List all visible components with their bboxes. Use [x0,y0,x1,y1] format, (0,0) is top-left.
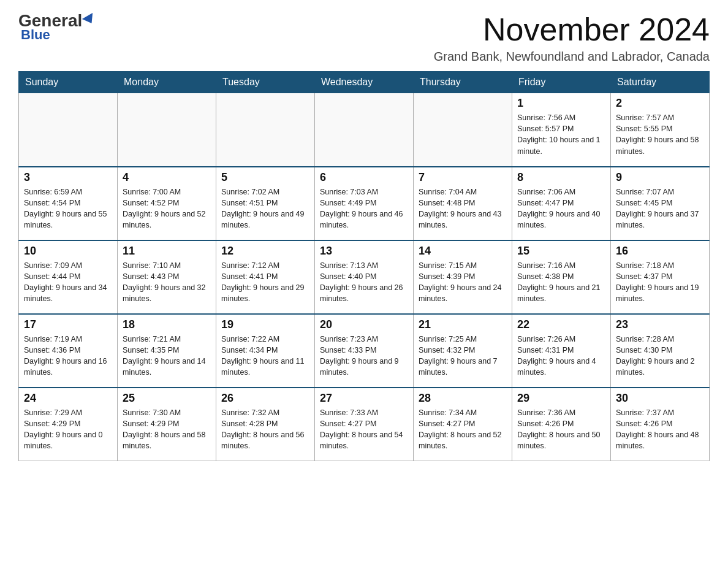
calendar-cell: 18Sunrise: 7:21 AMSunset: 4:35 PMDayligh… [118,314,216,388]
day-number: 11 [123,245,211,258]
day-info: Sunrise: 7:57 AMSunset: 5:55 PMDaylight:… [616,112,704,157]
calendar-cell: 16Sunrise: 7:18 AMSunset: 4:37 PMDayligh… [611,240,710,314]
calendar-cell: 1Sunrise: 7:56 AMSunset: 5:57 PMDaylight… [512,93,611,167]
col-monday: Monday [118,72,216,93]
day-info: Sunrise: 7:00 AMSunset: 4:52 PMDaylight:… [123,186,211,231]
col-friday: Friday [512,72,611,93]
location-subtitle: Grand Bank, Newfoundland and Labrador, C… [434,50,710,64]
calendar-cell: 19Sunrise: 7:22 AMSunset: 4:34 PMDayligh… [216,314,315,388]
calendar-cell: 17Sunrise: 7:19 AMSunset: 4:36 PMDayligh… [19,314,118,388]
calendar-cell: 10Sunrise: 7:09 AMSunset: 4:44 PMDayligh… [19,240,118,314]
page-header: General Blue November 2024 Grand Bank, N… [18,12,710,64]
day-info: Sunrise: 7:29 AMSunset: 4:29 PMDaylight:… [24,407,112,452]
calendar-header-row: Sunday Monday Tuesday Wednesday Thursday… [19,72,710,93]
calendar-cell: 24Sunrise: 7:29 AMSunset: 4:29 PMDayligh… [19,388,118,461]
day-info: Sunrise: 7:12 AMSunset: 4:41 PMDaylight:… [221,260,309,305]
calendar-week-row: 3Sunrise: 6:59 AMSunset: 4:54 PMDaylight… [19,167,710,240]
calendar-cell [19,93,118,167]
day-number: 23 [616,318,704,331]
day-info: Sunrise: 7:09 AMSunset: 4:44 PMDaylight:… [24,260,112,305]
calendar-week-row: 10Sunrise: 7:09 AMSunset: 4:44 PMDayligh… [19,240,710,314]
day-info: Sunrise: 7:06 AMSunset: 4:47 PMDaylight:… [517,186,605,231]
calendar-table: Sunday Monday Tuesday Wednesday Thursday… [18,71,710,461]
day-number: 29 [517,392,605,405]
logo: General Blue [18,12,96,43]
day-number: 1 [517,97,605,110]
calendar-week-row: 24Sunrise: 7:29 AMSunset: 4:29 PMDayligh… [19,388,710,461]
day-number: 26 [221,392,309,405]
calendar-cell: 13Sunrise: 7:13 AMSunset: 4:40 PMDayligh… [315,240,414,314]
day-info: Sunrise: 7:30 AMSunset: 4:29 PMDaylight:… [123,407,211,452]
calendar-cell: 20Sunrise: 7:23 AMSunset: 4:33 PMDayligh… [315,314,414,388]
day-number: 25 [123,392,211,405]
day-number: 6 [320,171,408,184]
day-number: 3 [24,171,112,184]
logo-blue: Blue [21,27,50,43]
day-info: Sunrise: 7:16 AMSunset: 4:38 PMDaylight:… [517,260,605,305]
day-number: 5 [221,171,309,184]
calendar-cell: 7Sunrise: 7:04 AMSunset: 4:48 PMDaylight… [414,167,512,240]
month-year-title: November 2024 [434,12,710,47]
calendar-cell: 21Sunrise: 7:25 AMSunset: 4:32 PMDayligh… [414,314,512,388]
day-number: 28 [419,392,507,405]
calendar-cell: 26Sunrise: 7:32 AMSunset: 4:28 PMDayligh… [216,388,315,461]
col-wednesday: Wednesday [315,72,414,93]
day-number: 4 [123,171,211,184]
day-number: 24 [24,392,112,405]
day-info: Sunrise: 7:07 AMSunset: 4:45 PMDaylight:… [616,186,704,231]
day-number: 27 [320,392,408,405]
day-number: 12 [221,245,309,258]
day-info: Sunrise: 7:03 AMSunset: 4:49 PMDaylight:… [320,186,408,231]
col-tuesday: Tuesday [216,72,315,93]
calendar-cell [414,93,512,167]
day-info: Sunrise: 7:13 AMSunset: 4:40 PMDaylight:… [320,260,408,305]
day-info: Sunrise: 7:56 AMSunset: 5:57 PMDaylight:… [517,112,605,157]
day-info: Sunrise: 7:34 AMSunset: 4:27 PMDaylight:… [419,407,507,452]
calendar-cell: 11Sunrise: 7:10 AMSunset: 4:43 PMDayligh… [118,240,216,314]
day-info: Sunrise: 7:37 AMSunset: 4:26 PMDaylight:… [616,407,704,452]
calendar-cell [118,93,216,167]
calendar-cell: 3Sunrise: 6:59 AMSunset: 4:54 PMDaylight… [19,167,118,240]
col-sunday: Sunday [19,72,118,93]
day-info: Sunrise: 7:10 AMSunset: 4:43 PMDaylight:… [123,260,211,305]
day-number: 30 [616,392,704,405]
day-number: 14 [419,245,507,258]
day-info: Sunrise: 7:19 AMSunset: 4:36 PMDaylight:… [24,334,112,378]
day-number: 2 [616,97,704,110]
calendar-cell: 22Sunrise: 7:26 AMSunset: 4:31 PMDayligh… [512,314,611,388]
day-info: Sunrise: 7:04 AMSunset: 4:48 PMDaylight:… [419,186,507,231]
calendar-week-row: 17Sunrise: 7:19 AMSunset: 4:36 PMDayligh… [19,314,710,388]
day-info: Sunrise: 7:02 AMSunset: 4:51 PMDaylight:… [221,186,309,231]
day-number: 9 [616,171,704,184]
col-saturday: Saturday [611,72,710,93]
calendar-cell: 25Sunrise: 7:30 AMSunset: 4:29 PMDayligh… [118,388,216,461]
day-number: 19 [221,318,309,331]
day-info: Sunrise: 7:18 AMSunset: 4:37 PMDaylight:… [616,260,704,305]
calendar-cell: 4Sunrise: 7:00 AMSunset: 4:52 PMDaylight… [118,167,216,240]
calendar-cell: 23Sunrise: 7:28 AMSunset: 4:30 PMDayligh… [611,314,710,388]
day-number: 10 [24,245,112,258]
day-number: 16 [616,245,704,258]
calendar-cell: 27Sunrise: 7:33 AMSunset: 4:27 PMDayligh… [315,388,414,461]
calendar-cell: 28Sunrise: 7:34 AMSunset: 4:27 PMDayligh… [414,388,512,461]
calendar-cell: 6Sunrise: 7:03 AMSunset: 4:49 PMDaylight… [315,167,414,240]
day-info: Sunrise: 7:28 AMSunset: 4:30 PMDaylight:… [616,334,704,378]
day-info: Sunrise: 7:32 AMSunset: 4:28 PMDaylight:… [221,407,309,452]
calendar-week-row: 1Sunrise: 7:56 AMSunset: 5:57 PMDaylight… [19,93,710,167]
day-number: 7 [419,171,507,184]
day-info: Sunrise: 6:59 AMSunset: 4:54 PMDaylight:… [24,186,112,231]
day-number: 17 [24,318,112,331]
calendar-cell: 14Sunrise: 7:15 AMSunset: 4:39 PMDayligh… [414,240,512,314]
calendar-cell: 15Sunrise: 7:16 AMSunset: 4:38 PMDayligh… [512,240,611,314]
title-area: November 2024 Grand Bank, Newfoundland a… [434,12,710,64]
day-info: Sunrise: 7:25 AMSunset: 4:32 PMDaylight:… [419,334,507,378]
calendar-cell [216,93,315,167]
calendar-cell: 2Sunrise: 7:57 AMSunset: 5:55 PMDaylight… [611,93,710,167]
day-info: Sunrise: 7:15 AMSunset: 4:39 PMDaylight:… [419,260,507,305]
day-number: 20 [320,318,408,331]
day-number: 21 [419,318,507,331]
day-info: Sunrise: 7:26 AMSunset: 4:31 PMDaylight:… [517,334,605,378]
calendar-cell: 12Sunrise: 7:12 AMSunset: 4:41 PMDayligh… [216,240,315,314]
day-info: Sunrise: 7:36 AMSunset: 4:26 PMDaylight:… [517,407,605,452]
day-info: Sunrise: 7:33 AMSunset: 4:27 PMDaylight:… [320,407,408,452]
